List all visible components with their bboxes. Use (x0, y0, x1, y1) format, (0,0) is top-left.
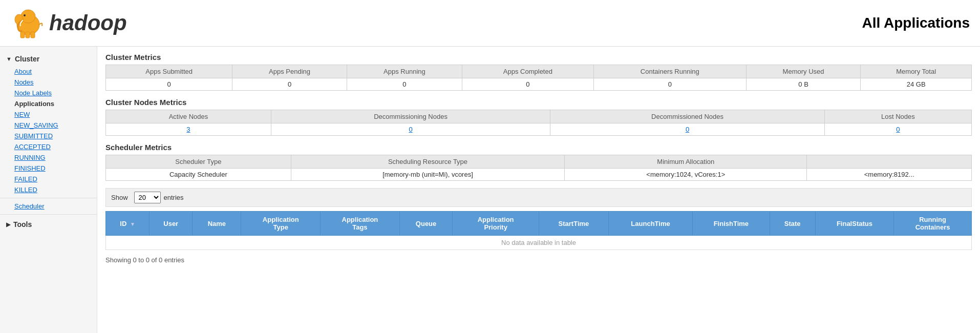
val-decommissioning-nodes: 0 (271, 123, 550, 136)
lost-nodes-link[interactable]: 0 (896, 126, 900, 133)
tools-label: Tools (13, 220, 32, 228)
main-content: Cluster Metrics Apps Submitted Apps Pend… (97, 47, 980, 333)
val-min-allocation: <memory:1024, vCores:1> (565, 169, 807, 181)
th-app-tags-label: ApplicationTags (342, 216, 378, 231)
col-memory-total: Memory Total (861, 65, 972, 78)
sidebar-divider-2 (0, 214, 97, 215)
col-max-allocation (807, 155, 972, 169)
sidebar-item-new[interactable]: NEW (0, 109, 97, 120)
col-decommissioned-nodes: Decommissioned Nodes (550, 110, 825, 123)
col-apps-submitted: Apps Submitted (106, 65, 232, 78)
col-decommissioning-nodes: Decommissioning Nodes (271, 110, 550, 123)
sidebar-item-accepted[interactable]: ACCEPTED (0, 141, 97, 152)
no-data-cell: No data available in table (106, 236, 972, 250)
val-scheduler-type: Capacity Scheduler (106, 169, 291, 181)
no-data-row: No data available in table (106, 236, 972, 250)
sidebar: ▼ Cluster About Nodes Node Labels Applic… (0, 47, 97, 333)
show-entries-label-before: Show (111, 194, 128, 201)
tools-arrow-icon: ▶ (6, 221, 10, 228)
th-app-priority-label: ApplicationPriority (478, 216, 514, 231)
val-lost-nodes: 0 (824, 123, 971, 136)
val-apps-submitted: 0 (106, 78, 232, 91)
active-nodes-link[interactable]: 3 (186, 126, 190, 133)
sidebar-divider (0, 198, 97, 198)
sidebar-item-failed[interactable]: FAILED (0, 174, 97, 184)
svg-rect-5 (20, 32, 25, 38)
col-apps-running: Apps Running (347, 65, 462, 78)
header: hadoop All Applications (0, 0, 980, 47)
sidebar-item-running[interactable]: RUNNING (0, 152, 97, 163)
decommissioning-nodes-link[interactable]: 0 (409, 126, 412, 133)
decommissioned-nodes-link[interactable]: 0 (686, 126, 689, 133)
col-active-nodes: Active Nodes (106, 110, 271, 123)
sort-arrow-icon: ▼ (130, 221, 135, 227)
tools-section-header[interactable]: ▶ Tools (0, 217, 97, 232)
val-memory-total: 24 GB (861, 78, 972, 91)
th-queue[interactable]: Queue (399, 212, 453, 236)
val-active-nodes: 3 (106, 123, 271, 136)
applications-table: ID ▼ User Name ApplicationType Applicati… (105, 211, 972, 250)
col-scheduling-resource: Scheduling Resource Type (291, 155, 565, 169)
sidebar-item-about[interactable]: About (0, 66, 97, 77)
cluster-section-header[interactable]: ▼ Cluster (0, 52, 97, 66)
th-name[interactable]: Name (193, 212, 241, 236)
page-title: All Applications (862, 15, 970, 31)
val-apps-completed: 0 (462, 78, 593, 91)
col-containers-running: Containers Running (593, 65, 746, 78)
sidebar-item-scheduler[interactable]: Scheduler (0, 201, 97, 212)
sidebar-item-killed[interactable]: KILLED (0, 184, 97, 195)
logo-area: hadoop (10, 5, 127, 41)
col-apps-completed: Apps Completed (462, 65, 593, 78)
cluster-metrics-table: Apps Submitted Apps Pending Apps Running… (105, 65, 972, 91)
th-id-label: ID (120, 220, 126, 227)
val-containers-running: 0 (593, 78, 746, 91)
val-apps-pending: 0 (232, 78, 347, 91)
layout: ▼ Cluster About Nodes Node Labels Applic… (0, 47, 980, 333)
sidebar-item-submitted[interactable]: SUBMITTED (0, 131, 97, 141)
hadoop-logo-icon (10, 5, 46, 41)
val-max-allocation: <memory:8192... (807, 169, 972, 181)
scheduler-metrics-title: Scheduler Metrics (105, 143, 972, 152)
svg-rect-6 (26, 32, 30, 38)
th-start-time[interactable]: StartTime (539, 212, 608, 236)
th-running-containers-label: RunningContainers (915, 216, 950, 231)
val-scheduling-resource: [memory-mb (unit=Mi), vcores] (291, 169, 565, 181)
th-final-status[interactable]: FinalStatus (815, 212, 894, 236)
sidebar-item-nodes[interactable]: Nodes (0, 77, 97, 88)
sidebar-item-node-labels[interactable]: Node Labels (0, 88, 97, 98)
cluster-label: Cluster (15, 55, 39, 63)
svg-rect-7 (31, 32, 35, 38)
th-id[interactable]: ID ▼ (106, 212, 150, 236)
col-min-allocation: Minimum Allocation (565, 155, 807, 169)
col-scheduler-type: Scheduler Type (106, 155, 291, 169)
col-apps-pending: Apps Pending (232, 65, 347, 78)
col-memory-used: Memory Used (746, 65, 860, 78)
th-user[interactable]: User (150, 212, 193, 236)
sidebar-item-new-saving[interactable]: NEW_SAVING (0, 120, 97, 131)
val-decommissioned-nodes: 0 (550, 123, 825, 136)
showing-entries: Showing 0 to 0 of 0 entries (105, 254, 972, 266)
th-running-containers[interactable]: RunningContainers (894, 212, 972, 236)
th-app-type[interactable]: ApplicationType (241, 212, 321, 236)
val-memory-used: 0 B (746, 78, 860, 91)
th-finish-time[interactable]: FinishTime (693, 212, 770, 236)
th-state[interactable]: State (770, 212, 815, 236)
svg-point-4 (24, 14, 26, 16)
applications-subsection[interactable]: Applications (0, 98, 97, 109)
th-launch-time[interactable]: LaunchTime (608, 212, 692, 236)
cluster-arrow-icon: ▼ (6, 56, 12, 62)
svg-point-2 (21, 10, 35, 23)
col-lost-nodes: Lost Nodes (824, 110, 971, 123)
th-app-type-label: ApplicationType (263, 216, 299, 231)
logo-text: hadoop (49, 11, 127, 35)
cluster-metrics-title: Cluster Metrics (105, 53, 972, 61)
th-app-tags[interactable]: ApplicationTags (321, 212, 400, 236)
sidebar-item-finished[interactable]: FINISHED (0, 163, 97, 174)
show-entries-label-after: entries (164, 194, 184, 201)
val-apps-running: 0 (347, 78, 462, 91)
show-entries-bar: Show 102050100 entries (105, 188, 972, 207)
scheduler-metrics-table: Scheduler Type Scheduling Resource Type … (105, 155, 972, 181)
show-entries-select[interactable]: 102050100 (134, 192, 161, 203)
th-app-priority[interactable]: ApplicationPriority (453, 212, 539, 236)
cluster-nodes-table: Active Nodes Decommissioning Nodes Decom… (105, 110, 972, 136)
